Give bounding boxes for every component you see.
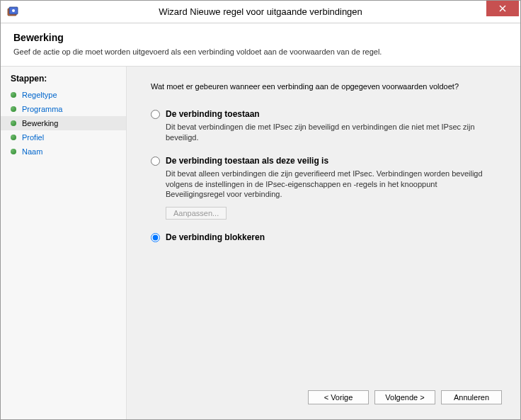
header-section: Bewerking Geef de actie op die moet word…	[1, 23, 520, 67]
page-title: Bewerking	[13, 32, 508, 43]
content-pane: Wat moet er gebeuren wanneer een verbind…	[127, 67, 520, 420]
radio-block[interactable]	[151, 233, 160, 242]
question-text: Wat moet er gebeuren wanneer een verbind…	[151, 82, 502, 91]
option-title: De verbinding toestaan	[166, 109, 502, 119]
step-label: Profiel	[22, 133, 44, 142]
option-body: De verbinding toestaanDit bevat verbindi…	[166, 109, 502, 143]
window-title: Wizard Nieuwe regel voor uitgaande verbi…	[1, 6, 520, 17]
close-button[interactable]	[486, 1, 519, 16]
step-item-bewerking: Bewerking	[1, 116, 126, 130]
steps-heading: Stappen:	[1, 74, 126, 88]
option-block: De verbinding blokkeren	[151, 232, 502, 245]
step-item-programma[interactable]: Programma	[1, 102, 126, 116]
steps-sidebar: Stappen: RegeltypeProgrammaBewerkingProf…	[1, 67, 127, 420]
next-button[interactable]: Volgende >	[374, 390, 435, 404]
cancel-button[interactable]: Annuleren	[441, 390, 502, 404]
button-bar: < Vorige Volgende > Annuleren	[151, 383, 502, 414]
step-item-naam[interactable]: Naam	[1, 144, 126, 159]
options-group: De verbinding toestaanDit bevat verbindi…	[151, 109, 502, 245]
bullet-icon	[11, 135, 16, 140]
customize-button: Aanpassen...	[166, 207, 227, 220]
radio-wrap	[151, 232, 160, 244]
bullet-icon	[11, 106, 16, 112]
option-body: De verbinding blokkeren	[166, 232, 502, 245]
option-description: Dit bevat alleen verbindingen die zijn g…	[166, 169, 502, 200]
step-label: Naam	[22, 147, 42, 156]
titlebar: Wizard Nieuwe regel voor uitgaande verbi…	[1, 1, 520, 23]
radio-wrap	[151, 109, 160, 121]
main-area: Stappen: RegeltypeProgrammaBewerkingProf…	[1, 67, 520, 420]
bullet-icon	[11, 92, 16, 98]
page-description: Geef de actie op die moet worden uitgevo…	[13, 47, 508, 56]
radio-allow-secure[interactable]	[151, 157, 160, 166]
step-item-regeltype[interactable]: Regeltype	[1, 88, 126, 102]
option-description: Dit bevat verbindingen die met IPsec zij…	[166, 122, 502, 143]
step-label: Programma	[22, 105, 62, 113]
option-title: De verbinding toestaan als deze veilig i…	[166, 156, 502, 166]
step-label: Regeltype	[22, 91, 57, 99]
radio-allow[interactable]	[151, 110, 160, 119]
step-item-profiel[interactable]: Profiel	[1, 130, 126, 144]
step-label: Bewerking	[22, 119, 58, 127]
option-body: De verbinding toestaan als deze veilig i…	[166, 156, 502, 220]
back-button[interactable]: < Vorige	[308, 390, 369, 404]
radio-wrap	[151, 156, 160, 168]
option-title: De verbinding blokkeren	[166, 232, 502, 242]
bullet-icon	[11, 149, 16, 154]
bullet-icon	[11, 120, 16, 126]
option-allow-secure: De verbinding toestaan als deze veilig i…	[151, 156, 502, 220]
option-allow: De verbinding toestaanDit bevat verbindi…	[151, 109, 502, 143]
